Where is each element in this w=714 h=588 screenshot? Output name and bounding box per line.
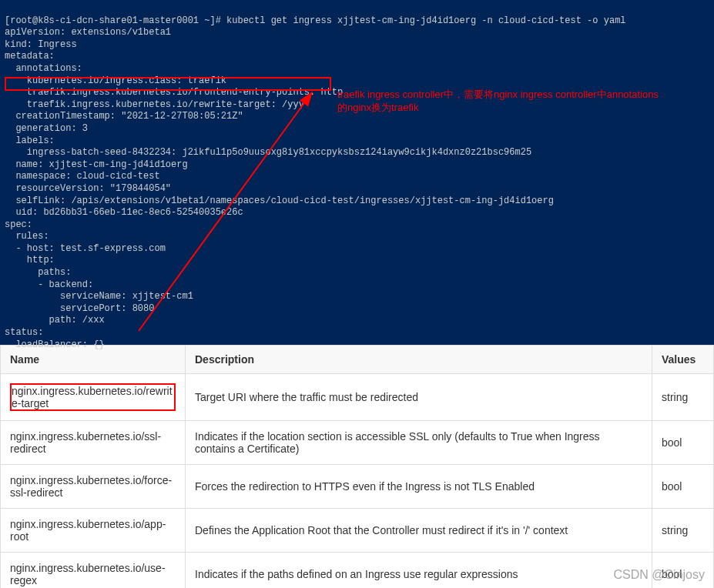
header-description: Description — [186, 346, 652, 374]
cell-name: nginx.ingress.kubernetes.io/use-regex — [1, 553, 186, 589]
cell-description: Indicates if the location section is acc… — [186, 421, 652, 465]
yaml-line: selfLink: /apis/extensions/v1beta1/names… — [5, 195, 554, 206]
yaml-line: creationTimestamp: "2021-12-27T08:05:21Z… — [5, 111, 243, 122]
yaml-line: kind: Ingress — [5, 39, 77, 50]
table-row: nginx.ingress.kubernetes.io/ssl-redirect… — [1, 421, 714, 465]
cell-values: bool — [652, 421, 714, 465]
table-header-row: Name Description Values — [1, 346, 714, 374]
table-row: nginx.ingress.kubernetes.io/force-ssl-re… — [1, 465, 714, 509]
cell-name: nginx.ingress.kubernetes.io/rewrite-targ… — [12, 385, 173, 409]
yaml-line: name: xjjtest-cm-ing-jd4id1oerg — [5, 159, 188, 170]
yaml-line: labels: — [5, 135, 55, 146]
table-row: nginx.ingress.kubernetes.io/app-root Def… — [1, 509, 714, 553]
cell-description: Indicates if the paths defined on an Ing… — [186, 553, 652, 589]
yaml-line: annotations: — [5, 63, 82, 74]
yaml-line: - backend: — [5, 279, 93, 290]
cell-description: Target URI where the traffic must be red… — [186, 374, 652, 421]
cell-name: nginx.ingress.kubernetes.io/app-root — [1, 509, 186, 553]
yaml-line: http: — [5, 255, 55, 266]
yaml-line: resourceVersion: "179844054" — [5, 183, 171, 194]
yaml-line: serviceName: xjjtest-cm1 — [5, 291, 193, 302]
highlight-box-annotation — [5, 77, 331, 91]
cell-values: bool — [652, 465, 714, 509]
yaml-line: loadBalancer: {} — [5, 339, 105, 350]
annotation-text: traefik ingress controller中，需要将nginx ing… — [337, 89, 661, 115]
cell-description: Forces the redirection to HTTPS even if … — [186, 465, 652, 509]
annotations-doc-table: Name Description Values nginx.ingress.ku… — [0, 345, 714, 588]
header-values: Values — [652, 346, 714, 374]
table-row: nginx.ingress.kubernetes.io/use-regex In… — [1, 553, 714, 589]
yaml-line: apiVersion: extensions/v1beta1 — [5, 27, 171, 38]
yaml-line: rules: — [5, 231, 49, 242]
cell-name: nginx.ingress.kubernetes.io/force-ssl-re… — [1, 465, 186, 509]
terminal-prompt: [root@k8s-ci-dcn-share01-master0001 ~]# — [5, 15, 226, 26]
yaml-line: traefik.ingress.kubernetes.io/rewrite-ta… — [5, 99, 304, 110]
cell-values: string — [652, 509, 714, 553]
yaml-line: - host: test.sf-express.com — [5, 243, 166, 254]
yaml-line: spec: — [5, 219, 32, 230]
table-row: nginx.ingress.kubernetes.io/rewrite-targ… — [1, 374, 714, 421]
terminal-command: kubectl get ingress xjjtest-cm-ing-jd4id… — [226, 15, 625, 26]
terminal-output: [root@k8s-ci-dcn-share01-master0001 ~]# … — [0, 0, 714, 345]
yaml-line: metadata: — [5, 51, 55, 62]
yaml-line: uid: bd26bb31-66eb-11ec-8ec6-52540035e26… — [5, 207, 243, 218]
cell-values: string — [652, 374, 714, 421]
highlight-box-row: nginx.ingress.kubernetes.io/rewrite-targ… — [10, 383, 176, 411]
yaml-line: generation: 3 — [5, 123, 88, 134]
yaml-line: status: — [5, 327, 43, 338]
cell-values: bool — [652, 553, 714, 589]
yaml-line: ingress-batch-seed-8432234: j2ikful1p5o9… — [5, 147, 531, 158]
yaml-line: path: /xxx — [5, 315, 105, 326]
yaml-line: servicePort: 8080 — [5, 303, 154, 314]
yaml-line: namespace: cloud-cicd-test — [5, 171, 160, 182]
cell-name: nginx.ingress.kubernetes.io/ssl-redirect — [1, 421, 186, 465]
cell-description: Defines the Application Root that the Co… — [186, 509, 652, 553]
yaml-line: paths: — [5, 267, 71, 278]
